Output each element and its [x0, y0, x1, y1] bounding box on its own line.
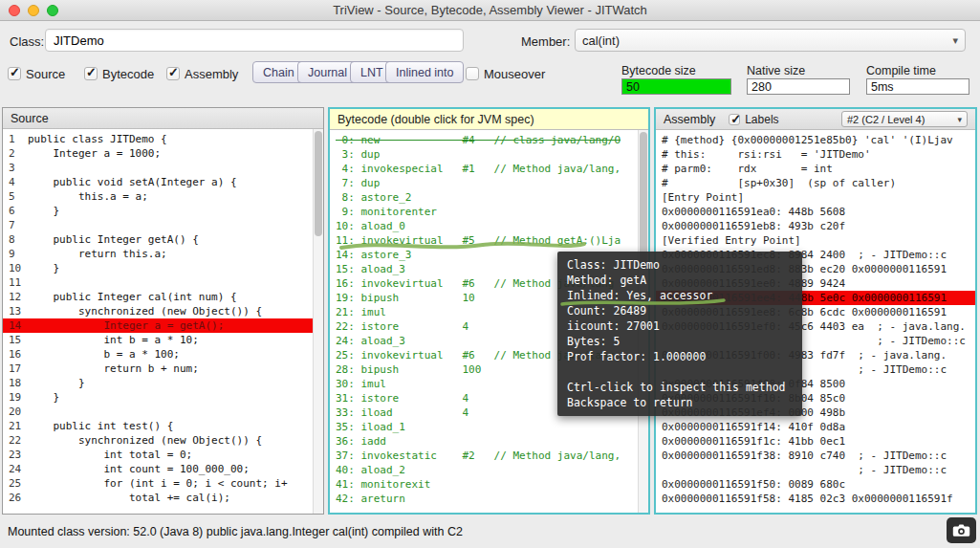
source-line[interactable]: 15 int b = a * 10; — [3, 333, 323, 347]
source-line[interactable]: 22 synchronized (new Object()) { — [3, 433, 323, 448]
minimize-window-button[interactable] — [28, 5, 39, 16]
assembly-checkbox[interactable]: Assembly — [166, 63, 238, 84]
assembly-line[interactable]: 0x0000000116591f14: 410f 0d8a — [656, 420, 975, 434]
assembly-line[interactable]: # parm0: rdx = int — [656, 162, 975, 176]
source-line[interactable]: 12 public Integer cal(int num) { — [3, 290, 323, 304]
source-line[interactable]: 3 — [3, 161, 323, 175]
bytecode-panel-header[interactable]: Bytecode (double click for JVM spec) — [330, 109, 648, 130]
member-select[interactable]: cal(int) ▾ — [575, 29, 966, 52]
assembly-line[interactable]: # {method} {0x00000001251e85b0} 'cal' '(… — [656, 133, 975, 147]
source-line[interactable]: 7 — [3, 218, 323, 232]
source-checkbox[interactable]: Source — [8, 63, 65, 84]
checkmark-icon — [729, 114, 740, 125]
source-code-text: public Integer getA() { — [28, 232, 199, 247]
class-label: Class: — [10, 34, 44, 49]
labels-checkbox[interactable]: Labels — [729, 109, 778, 130]
source-line[interactable]: 13 synchronized (new Object()) { — [3, 304, 323, 318]
bytecode-line[interactable]: 0: new #4 // class java/lang/O — [330, 133, 648, 147]
assembly-text: 0x0000000116591f58: 4185 02c3 0x00000001… — [662, 493, 953, 505]
source-code-text: return this.a; — [28, 247, 167, 261]
source-line[interactable]: 2 Integer a = 1000; — [3, 146, 323, 161]
assembly-line[interactable]: 0x0000000116591ea0: 448b 5608 — [656, 205, 975, 219]
assembly-line[interactable]: 0x0000000116591f1c: 41bb 0ec1 — [656, 434, 975, 449]
assembly-checkbox-label: Assembly — [185, 67, 238, 81]
source-code-text: synchronized (new Object()) { — [28, 433, 262, 448]
source-line[interactable]: 10 } — [3, 261, 323, 275]
mouseover-checkbox[interactable]: Mouseover — [466, 63, 545, 84]
line-number: 25 — [3, 476, 28, 491]
assembly-line[interactable]: [Entry Point] — [656, 190, 975, 205]
assembly-text: # [sp+0x30] (sp of caller) — [662, 177, 896, 189]
assembly-line[interactable]: 0x0000000116591f50: 0089 680c — [656, 477, 975, 492]
bytecode-line[interactable]: 8: astore_2 — [330, 190, 648, 205]
line-number: 20 — [3, 405, 28, 419]
journal-button[interactable]: Journal — [297, 61, 358, 83]
bytecode-line[interactable]: 4: invokespecial #1 // Method java/lang, — [330, 162, 648, 176]
line-number: 26 — [3, 491, 28, 505]
bytecode-line[interactable]: 41: monitorexit — [330, 477, 648, 492]
source-line[interactable]: 1public class JITDemo { — [3, 132, 323, 146]
source-line[interactable]: 21 public int test() { — [3, 419, 323, 433]
bytecode-line[interactable]: 35: iload_1 — [330, 420, 648, 434]
inlined-into-button[interactable]: Inlined into — [385, 61, 464, 83]
assembly-line[interactable]: # [sp+0x30] (sp of caller) — [656, 176, 975, 190]
bytecode-line[interactable]: 36: iadd — [330, 434, 648, 449]
source-line[interactable]: 16 b = a * 100; — [3, 347, 323, 362]
bytecode-line[interactable]: 7: dup — [330, 176, 648, 190]
status-bar: Mounted class version: 52.0 (Java 8) pub… — [0, 515, 980, 548]
native-size-value: 280 — [747, 78, 850, 95]
bytecode-line[interactable]: 3: dup — [330, 147, 648, 162]
source-line[interactable]: 14 Integer a = getA(); — [3, 318, 323, 333]
scrollbar-thumb[interactable] — [640, 132, 647, 266]
assembly-line[interactable]: 0x0000000116591eb8: 493b c20f — [656, 219, 975, 233]
bytecode-text: 35: iload_1 — [336, 421, 405, 433]
checkmark-icon — [84, 67, 98, 80]
source-line[interactable]: 18 } — [3, 376, 323, 390]
source-checkbox-label: Source — [26, 67, 65, 81]
source-line[interactable]: 9 return this.a; — [3, 247, 323, 261]
bytecode-checkbox[interactable]: Bytecode — [84, 63, 154, 84]
bytecode-text: 36: iadd — [336, 435, 386, 448]
source-line[interactable]: 4 public void setA(Integer a) { — [3, 175, 323, 189]
source-code-area[interactable]: 1public class JITDemo { 2 Integer a = 10… — [3, 129, 323, 514]
source-line[interactable]: 24 int count = 100_000_00; — [3, 462, 323, 476]
source-line[interactable]: 6 } — [3, 204, 323, 218]
source-line[interactable]: 5 this.a = a; — [3, 189, 323, 204]
source-line[interactable]: 25 for (int i = 0; i < count; i+ — [3, 476, 323, 491]
bytecode-line[interactable]: 9: monitorenter — [330, 205, 648, 219]
assembly-line[interactable]: ; - JITDemo::c — [656, 463, 975, 477]
bytecode-line[interactable]: 11: invokevirtual #5 // Method getA:()Lj… — [330, 233, 648, 248]
source-scrollbar[interactable] — [313, 129, 323, 514]
zoom-window-button[interactable] — [47, 5, 58, 16]
assembly-panel-header: Assembly Labels #2 (C2 / Level 4) ▾ — [656, 109, 975, 130]
line-number: 6 — [3, 204, 28, 218]
source-code-text: Integer a = 1000; — [28, 146, 161, 161]
source-line[interactable]: 20 — [3, 405, 323, 419]
source-code-text: } — [28, 390, 59, 405]
source-line[interactable]: 8 public Integer getA() { — [3, 232, 323, 247]
tooltip-line: Inlined: Yes, accessor — [567, 288, 793, 303]
close-window-button[interactable] — [9, 5, 20, 16]
tooltip-line: Count: 26489 — [567, 303, 793, 318]
bytecode-line[interactable]: 42: areturn — [330, 492, 648, 506]
scrollbar-thumb[interactable] — [315, 131, 322, 236]
screenshot-camera-button[interactable] — [947, 517, 976, 543]
source-line[interactable]: 17 return b + num; — [3, 362, 323, 376]
bytecode-line[interactable]: 10: aload_0 — [330, 219, 648, 233]
source-line[interactable]: 23 int total = 0; — [3, 448, 323, 462]
source-line[interactable]: 26 total += cal(i); — [3, 491, 323, 505]
line-number: 17 — [3, 362, 28, 376]
bytecode-line[interactable]: 37: invokestatic #2 // Method java/lang, — [330, 449, 648, 463]
assembly-line[interactable]: # this: rsi:rsi = 'JITDemo' — [656, 147, 975, 162]
assembly-line[interactable]: 0x0000000116591f38: 8910 c740 ; - JITDem… — [656, 449, 975, 463]
compilation-select[interactable]: #2 (C2 / Level 4) ▾ — [841, 111, 968, 127]
tooltip-line: Class: JITDemo — [567, 257, 793, 273]
source-line[interactable]: 11 — [3, 275, 323, 290]
source-code-text: for (int i = 0; i < count; i+ — [28, 476, 288, 491]
class-input[interactable]: JITDemo — [45, 29, 464, 52]
line-number: 21 — [3, 419, 28, 433]
bytecode-line[interactable]: 40: aload_2 — [330, 463, 648, 477]
assembly-line[interactable]: [Verified Entry Point] — [656, 233, 975, 248]
source-line[interactable]: 19 } — [3, 390, 323, 405]
assembly-line[interactable]: 0x0000000116591f58: 4185 02c3 0x00000001… — [656, 492, 975, 506]
